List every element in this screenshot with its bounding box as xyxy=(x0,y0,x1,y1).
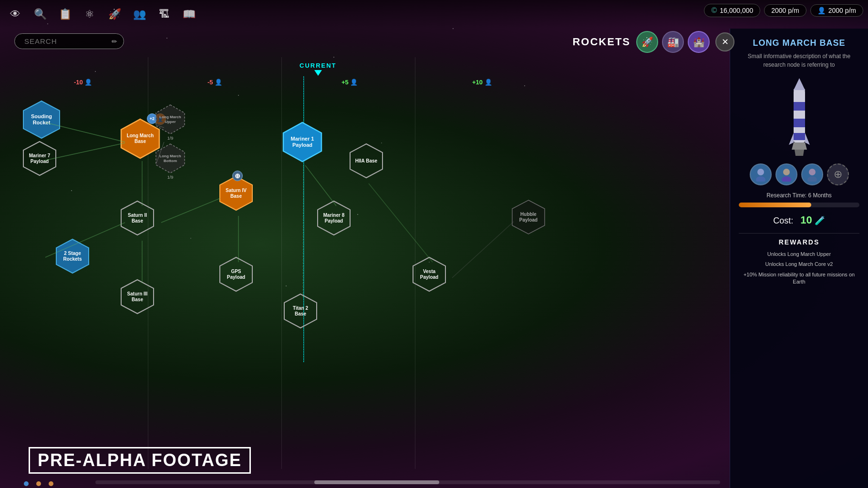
era-marker-plus5: +5 👤 xyxy=(341,79,358,86)
node-saturn3[interactable]: Saturn IIIBase xyxy=(118,279,156,315)
rockets-tab-icons: 🚀 🏭 🏰 xyxy=(636,31,710,53)
svg-point-44 xyxy=(807,176,817,182)
panel-desc: Small informative description of what th… xyxy=(739,52,859,69)
node-titan2-label: Titan 2Base xyxy=(292,305,309,318)
research-time: Research Time: 6 Months xyxy=(739,192,859,199)
bottom-scrollbar[interactable] xyxy=(95,480,720,484)
node-saturn2-label: Saturn IIBase xyxy=(127,212,148,225)
node-mariner7[interactable]: Mariner 7Payload xyxy=(21,141,59,176)
node-mariner8-label: Mariner 8Payload xyxy=(322,212,345,225)
node-long-march-bottom[interactable]: Long MarchBottom 1/9 xyxy=(154,143,187,180)
bottom-dots xyxy=(24,481,53,488)
node-2stage-label: 2 StageRockets xyxy=(62,250,83,263)
node-long-march-base-label: Long MarchBase xyxy=(126,132,155,145)
dot-1[interactable] xyxy=(24,481,29,486)
node-long-march-upper[interactable]: Long MarchUpper 1/9 xyxy=(154,104,187,141)
era-marker-plus10: +10 👤 xyxy=(472,79,492,86)
node-hiia[interactable]: HIIA Base xyxy=(347,143,385,179)
rocket-image-container xyxy=(739,76,859,157)
rocket-nav-icon[interactable]: 🚀 xyxy=(104,4,125,25)
researcher-1 xyxy=(750,163,772,185)
rate1-value: 2000 p/m xyxy=(771,7,799,14)
svg-rect-32 xyxy=(794,102,805,111)
right-panel: LONG MARCH BASE Small informative descri… xyxy=(730,29,868,488)
scrollbar-thumb[interactable] xyxy=(314,480,439,484)
reward-2: Unlocks Long March Core v2 xyxy=(739,261,859,268)
svg-point-43 xyxy=(809,169,816,175)
era-marker-minus5: -5 👤 xyxy=(207,79,222,86)
cost-row: Cost: 10 🧪 xyxy=(739,214,859,226)
atom-nav-icon[interactable]: ⚛ xyxy=(79,4,100,25)
search-bar-container: ✏ xyxy=(14,33,124,49)
rewards-section: REWARDS Unlocks Long March Upper Unlocks… xyxy=(739,233,859,289)
svg-rect-33 xyxy=(794,119,805,127)
node-long-march-bottom-label: Long MarchBottom xyxy=(158,153,182,164)
current-label: CURRENT xyxy=(300,62,337,69)
tab-buildings[interactable]: 🏭 xyxy=(662,31,684,53)
svg-marker-35 xyxy=(792,142,807,150)
node-vesta-label: VestaPayload xyxy=(419,268,439,281)
node-saturn2[interactable]: Saturn IIBase xyxy=(118,200,156,236)
search-edit-icon: ✏ xyxy=(112,38,117,45)
node-hubble-label: HubblePayload xyxy=(518,211,538,224)
node-saturn4[interactable]: Saturn IVBase ⊕ xyxy=(217,175,255,211)
rockets-title: ROCKETS xyxy=(572,36,630,48)
clipboard-nav-icon[interactable]: 📋 xyxy=(54,4,75,25)
node-mariner1[interactable]: Mariner 1Payload xyxy=(280,122,324,163)
saturn4-plus-badge: ⊕ xyxy=(232,171,243,181)
era-marker-minus10: -10 👤 xyxy=(74,79,92,86)
node-mariner8[interactable]: Mariner 8Payload xyxy=(315,200,353,236)
node-hiia-label: HIIA Base xyxy=(354,157,378,165)
node-saturn3-label: Saturn IIIBase xyxy=(126,290,149,304)
tab-upgrades[interactable]: 🏰 xyxy=(688,31,710,53)
dot-2[interactable] xyxy=(36,481,41,486)
node-2stage[interactable]: 2 StageRockets xyxy=(53,238,92,274)
cost-icon: 🧪 xyxy=(815,216,825,225)
node-hubble[interactable]: HubblePayload xyxy=(509,199,548,235)
node-saturn4-label: Saturn IVBase xyxy=(225,187,248,200)
current-marker: CURRENT xyxy=(300,62,337,76)
building-nav-icon[interactable]: 🏗 xyxy=(154,4,175,25)
divider-2 xyxy=(281,57,282,469)
current-arrow xyxy=(314,70,322,76)
close-button[interactable]: ✕ xyxy=(715,32,734,51)
node-long-march-bottom-progress: 1/9 xyxy=(167,175,174,180)
search-nav-icon[interactable]: 🔍 xyxy=(30,4,51,25)
node-long-march-upper-label: Long MarchUpper xyxy=(158,114,182,125)
svg-point-42 xyxy=(782,176,791,182)
rocket-image xyxy=(780,76,818,157)
rockets-header: ROCKETS 🚀 🏭 🏰 ✕ xyxy=(572,31,734,53)
node-vesta[interactable]: VestaPayload xyxy=(410,256,448,292)
node-titan2[interactable]: Titan 2Base xyxy=(281,293,320,329)
book-nav-icon[interactable]: 📖 xyxy=(178,4,199,25)
rewards-title: REWARDS xyxy=(739,238,859,246)
tab-rockets[interactable]: 🚀 xyxy=(636,31,658,53)
researcher-2 xyxy=(775,163,797,185)
people-nav-icon[interactable]: 👥 xyxy=(129,4,150,25)
cost-value: 10 xyxy=(800,214,812,226)
svg-marker-31 xyxy=(794,78,805,90)
add-researcher-button[interactable]: ⊕ xyxy=(827,163,849,185)
search-input[interactable] xyxy=(14,33,124,49)
reward-3: +10% Mission reliability to all future m… xyxy=(739,271,859,286)
watermark: PRE-ALPHA FOOTAGE xyxy=(29,447,251,474)
currency-badge: © 16,000,000 xyxy=(704,4,760,17)
node-long-march-upper-progress: 1/9 xyxy=(167,136,174,141)
close-icon: ✕ xyxy=(722,37,729,47)
progress-bar-fill xyxy=(739,203,811,207)
currency-value: 16,000,000 xyxy=(720,7,753,14)
svg-point-40 xyxy=(756,176,765,182)
top-right-stats: © 16,000,000 2000 p/m 👤 2000 p/m xyxy=(704,4,863,17)
reward-1: Unlocks Long March Upper xyxy=(739,251,859,258)
svg-point-41 xyxy=(783,169,790,175)
progress-bar-container xyxy=(739,203,859,207)
node-gps[interactable]: GPSPayload xyxy=(217,256,255,292)
node-souding-rocket[interactable]: SoudingRocket xyxy=(21,100,62,139)
dot-3[interactable] xyxy=(49,481,53,486)
nav-icons: 👁 🔍 📋 ⚛ 🚀 👥 🏗 📖 xyxy=(5,4,199,25)
svg-rect-34 xyxy=(794,133,805,140)
eye-nav-icon[interactable]: 👁 xyxy=(5,4,26,25)
researcher-3 xyxy=(801,163,823,185)
svg-point-39 xyxy=(757,169,764,175)
top-bar: 👁 🔍 📋 ⚛ 🚀 👥 🏗 📖 © 16,000,000 2000 p/m 👤 … xyxy=(0,0,868,29)
